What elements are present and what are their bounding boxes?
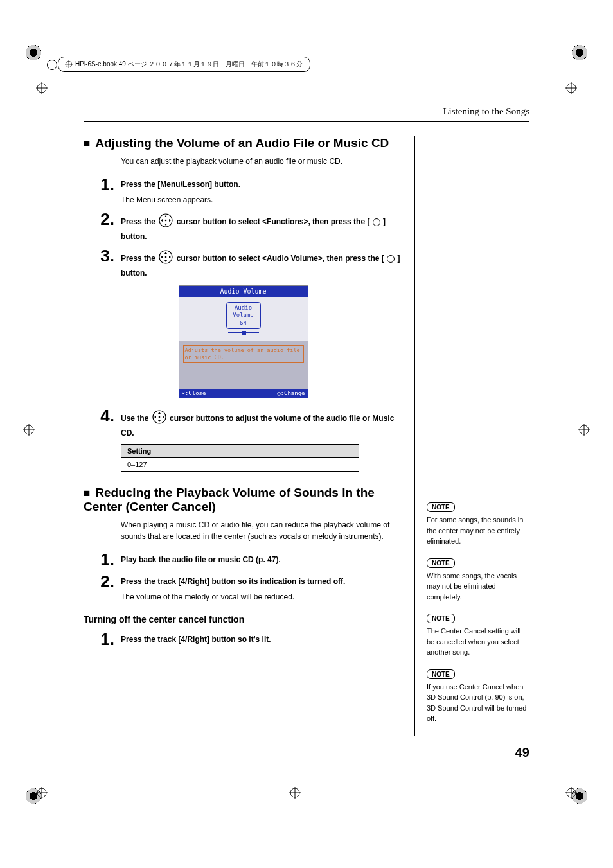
step-instruction: Press the cursor button to select <Funct… [121,213,403,242]
section-title-text: Reducing the Playback Volume of Sounds i… [84,486,375,513]
note-block: NOTE The Center Cancel setting will be c… [427,614,529,658]
step-note: The volume of the melody or vocal will b… [121,591,403,603]
step-row: 2. Press the cursor button to select <Fu… [84,211,403,242]
step-note: The Menu screen appears. [121,194,403,206]
page-number: 49 [515,745,529,760]
screen-title: Audio Volume [179,286,308,297]
note-text: For some songs, the sounds in the center… [427,515,529,547]
circle-button-icon [373,218,380,226]
step-instruction: Play back the audio file or music CD (p.… [121,554,403,565]
section-title-text: Adjusting the Volume of an Audio File or… [95,136,389,150]
note-text: If you use Center Cancel when 3D Sound C… [427,682,529,724]
step-instruction: Use the cursor buttons to adjust the vol… [121,410,403,439]
table-cell: 0–127 [121,458,359,472]
svg-point-27 [165,256,167,258]
registration-mark-icon [565,82,577,94]
document-meta-bubble: HPi-6S-e.book 49 ページ ２００７年１１月１９日 月曜日 午前１… [58,57,310,72]
note-text: With some songs, the vocals may not be e… [427,571,529,603]
note-block: NOTE With some songs, the vocals may not… [427,558,529,603]
section-title: ■Reducing the Playback Volume of Sounds … [84,486,403,514]
step-row: 1. Press the [Menu/Lesson] button. The M… [84,176,403,206]
step-row: 1. Press the track [4/Right] button so i… [84,631,403,648]
step-number: 2. [84,211,121,227]
step-row: 4. Use the cursor buttons to adjust the … [84,407,403,439]
note-block: NOTE If you use Center Cancel when 3D So… [427,669,529,724]
svg-point-25 [165,220,167,222]
section-title: ■Adjusting the Volume of an Audio File o… [84,136,403,150]
document-meta-text: HPi-6S-e.book 49 ページ ２００７年１１月１９日 月曜日 午前１… [75,60,303,67]
note-label: NOTE [427,669,455,679]
cursor-icon [159,213,173,231]
intro-text: When playing a music CD or audio file, y… [121,519,403,542]
subsection-title: Turning off the center cancel function [84,614,403,624]
intro-text: You can adjust the playback volume of an… [121,155,403,167]
note-label: NOTE [427,502,455,512]
step-row: 1. Play back the audio file or music CD … [84,551,403,568]
settings-table: Setting 0–127 [121,444,359,472]
registration-mark-icon [578,424,590,436]
screen-label: Audio [235,305,252,311]
step-number: 2. [84,573,121,590]
step-instruction: Press the track [4/Right] button so it's… [121,633,403,645]
registration-mark-icon [36,82,48,94]
note-label: NOTE [427,614,455,623]
step-number: 1. [84,176,121,193]
page-header: Listening to the Songs [84,106,529,122]
note-text: The Center Cancel setting will be cancel… [427,626,529,658]
slider-icon [228,332,259,335]
table-header: Setting [121,445,359,458]
step-instruction: Press the cursor button to select <Audio… [121,250,403,279]
step-number: 1. [84,631,121,648]
registration-mark-icon [289,787,301,799]
screen-illustration: Audio Volume Audio Volume 64 Adjusts the… [179,285,308,398]
note-block: NOTE For some songs, the sounds in the c… [427,502,529,547]
screen-footer-change: ○:Change [277,390,305,396]
registration-mark-icon [36,787,48,799]
step-number: 1. [84,551,121,568]
step-number: 3. [84,247,121,264]
cursor-icon [159,250,173,267]
screen-label: Volume [233,312,254,318]
step-row: 3. Press the cursor button to select <Au… [84,247,403,279]
screen-value: 64 [228,320,259,327]
crop-mark-icon [571,44,589,62]
step-row: 2. Press the track [4/Right] button so i… [84,573,403,603]
crop-mark-icon [24,44,42,62]
registration-mark-icon [23,424,35,436]
step-instruction: Press the track [4/Right] button so its … [121,576,403,587]
step-number: 4. [84,407,121,424]
main-column: ■Adjusting the Volume of an Audio File o… [84,136,415,736]
step-instruction: Press the [Menu/Lesson] button. [121,179,403,190]
screen-description: Adjusts the volume of an audio file or m… [183,345,304,363]
svg-point-29 [158,416,160,418]
note-label: NOTE [427,558,455,568]
cursor-icon [152,410,166,427]
circle-button-icon [387,255,395,263]
registration-mark-icon [565,787,577,799]
screen-footer-close: ×:Close [182,390,206,396]
side-column: NOTE For some songs, the sounds in the c… [415,136,529,736]
